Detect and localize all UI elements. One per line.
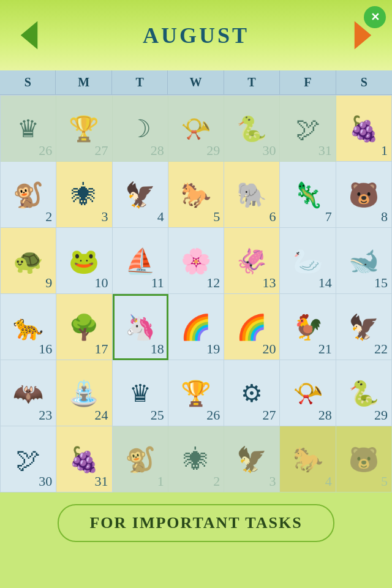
- month-title: AUGUST: [46, 23, 346, 48]
- table-row[interactable]: 🐒 2: [1, 162, 56, 228]
- table-row[interactable]: ☽ 28: [113, 96, 168, 162]
- table-row[interactable]: 📯 28: [280, 360, 336, 426]
- table-row[interactable]: 📯 29: [168, 96, 224, 162]
- calendar-grid: ♛ 26 🏆 27 ☽ 28 📯 29 🐍 30 🕊 31 🍇 1 🐒 2 🕷 …: [0, 95, 392, 492]
- table-row[interactable]: 🍇 1: [336, 96, 392, 162]
- table-row[interactable]: 🏆 26: [168, 360, 224, 426]
- table-row[interactable]: 🌈 19: [168, 294, 224, 360]
- table-row[interactable]: 🐆 16: [1, 294, 56, 360]
- table-row[interactable]: 🐓 21: [280, 294, 336, 360]
- table-row[interactable]: 🐒 1: [113, 426, 168, 492]
- table-row[interactable]: 🐎 5: [168, 162, 224, 228]
- table-row[interactable]: 🌸 12: [168, 228, 224, 294]
- table-row[interactable]: 🦢 14: [280, 228, 336, 294]
- table-row[interactable]: 🐋 15: [336, 228, 392, 294]
- footer: FOR IMPORTANT TASKS: [0, 492, 392, 554]
- table-row[interactable]: ♛ 25: [113, 360, 168, 426]
- table-row[interactable]: 🐻 5: [336, 426, 392, 492]
- table-row[interactable]: 🏆 27: [56, 96, 112, 162]
- table-row[interactable]: ♛ 26: [1, 96, 56, 162]
- table-row[interactable]: 🦇 23: [1, 360, 56, 426]
- svg-marker-0: [21, 21, 38, 50]
- day-header-fri: F: [280, 70, 336, 94]
- table-row[interactable]: 🐎 4: [280, 426, 336, 492]
- table-row[interactable]: 🦅 22: [336, 294, 392, 360]
- close-button[interactable]: ✕: [364, 6, 386, 28]
- table-row[interactable]: 🦄 18: [113, 294, 168, 360]
- table-row[interactable]: 🍇 31: [56, 426, 112, 492]
- table-row[interactable]: 🦎 7: [280, 162, 336, 228]
- table-row[interactable]: 🕊 31: [280, 96, 336, 162]
- day-header-sun: S: [0, 70, 56, 94]
- table-row[interactable]: 🐸 10: [56, 228, 112, 294]
- table-row[interactable]: 🐻 8: [336, 162, 392, 228]
- table-row[interactable]: 🦅 4: [113, 162, 168, 228]
- prev-month-button[interactable]: [12, 18, 46, 52]
- table-row[interactable]: 🦅 3: [224, 426, 280, 492]
- day-header-mon: M: [56, 70, 111, 94]
- table-row[interactable]: 🐍 29: [336, 360, 392, 426]
- important-tasks-button[interactable]: FOR IMPORTANT TASKS: [58, 504, 334, 542]
- table-row[interactable]: 🐢 9: [1, 228, 56, 294]
- table-row[interactable]: 🦑 13: [224, 228, 280, 294]
- table-row[interactable]: ⛵ 11: [113, 228, 168, 294]
- table-row[interactable]: ⛲ 24: [56, 360, 112, 426]
- table-row[interactable]: 🐘 6: [224, 162, 280, 228]
- day-header-sat: S: [336, 70, 392, 94]
- table-row[interactable]: 🕷 3: [56, 162, 112, 228]
- table-row[interactable]: 🕷 2: [168, 426, 224, 492]
- table-row[interactable]: 🐍 30: [224, 96, 280, 162]
- table-row[interactable]: 🕊 30: [1, 426, 56, 492]
- day-header-tue: T: [112, 70, 168, 94]
- day-headers-row: S M T W T F S: [0, 70, 392, 95]
- calendar-header: AUGUST ✕: [0, 0, 392, 70]
- day-header-thu: T: [224, 70, 280, 94]
- table-row[interactable]: ⚙ 27: [224, 360, 280, 426]
- table-row[interactable]: 🌈 20: [224, 294, 280, 360]
- day-header-wed: W: [168, 70, 224, 94]
- table-row[interactable]: 🌳 17: [56, 294, 112, 360]
